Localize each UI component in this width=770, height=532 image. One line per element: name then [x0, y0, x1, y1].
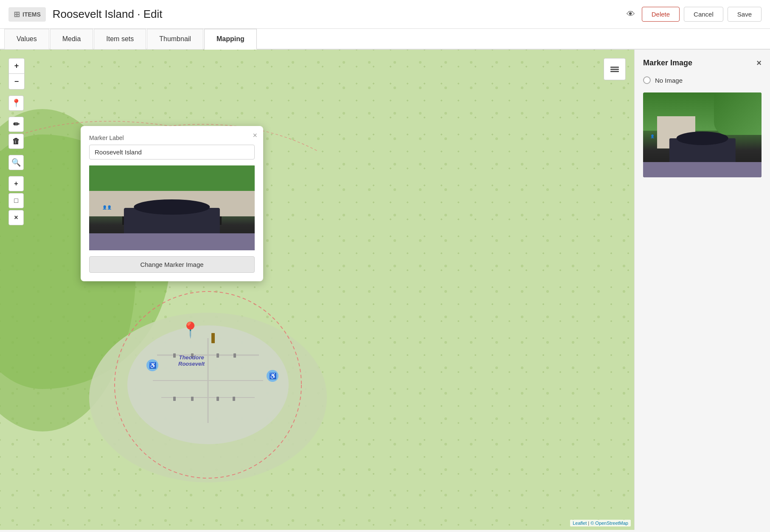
cancel-button[interactable]: Cancel — [684, 7, 723, 22]
draw-point-button[interactable]: + — [8, 176, 24, 191]
osm-link[interactable]: © OpenStreetMap — [590, 521, 628, 526]
zoom-out-button[interactable]: − — [9, 74, 24, 89]
monument — [211, 333, 215, 343]
map-label: TheodoreRoosevelt — [178, 354, 205, 367]
layers-button[interactable] — [604, 58, 626, 80]
panel-title: Marker Image — [643, 59, 692, 67]
main-layout: ♿ ♿ 📍 TheodoreRoosevelt + − 📍 ✏ 🗑 🔍 + □ … — [0, 50, 770, 530]
cube-icon: ⊞ — [14, 10, 20, 19]
delete-button[interactable]: Delete — [642, 7, 680, 22]
tab-item-sets[interactable]: Item sets — [94, 29, 146, 50]
items-badge[interactable]: ⊞ ITEMS — [8, 7, 46, 22]
tab-values[interactable]: Values — [4, 29, 49, 50]
no-image-radio[interactable] — [643, 76, 651, 84]
map-controls: + − 📍 ✏ 🗑 🔍 + □ × — [8, 58, 25, 225]
popup-close-button[interactable]: × — [253, 131, 257, 140]
popup-marker-image: 👤👤 — [89, 165, 255, 250]
search-map-button[interactable]: 🔍 — [8, 155, 24, 170]
right-panel: Marker Image × No Image 👤 — [634, 50, 770, 530]
no-image-option: No Image — [643, 76, 762, 84]
map-area[interactable]: ♿ ♿ 📍 TheodoreRoosevelt + − 📍 ✏ 🗑 🔍 + □ … — [0, 50, 634, 530]
zoom-in-button[interactable]: + — [9, 59, 24, 74]
header-actions: 👁 Delete Cancel Save — [624, 7, 762, 22]
edit-draw-button[interactable]: ✏ — [8, 117, 24, 132]
no-image-label: No Image — [655, 77, 683, 84]
panel-header: Marker Image × — [643, 58, 762, 68]
map-attribution: Leaflet | © OpenStreetMap — [570, 520, 631, 526]
island-icon-right: ♿ — [267, 370, 278, 382]
location-button[interactable]: 📍 — [8, 95, 24, 111]
cancel-draw-button[interactable]: × — [8, 210, 24, 225]
tab-media[interactable]: Media — [50, 29, 93, 50]
map-marker[interactable]: 📍 — [181, 321, 200, 339]
change-marker-image-button[interactable]: Change Marker Image — [89, 256, 255, 273]
page-title: Roosevelt Island · Edit — [53, 8, 624, 21]
zoom-controls: + − — [8, 58, 25, 90]
panel-close-button[interactable]: × — [756, 58, 762, 68]
popup-label: Marker Label — [89, 134, 255, 141]
panel-marker-image[interactable]: 👤 — [643, 92, 762, 177]
tab-mapping[interactable]: Mapping — [204, 29, 257, 50]
delete-marker-button[interactable]: 🗑 — [8, 134, 24, 149]
svg-rect-18 — [610, 67, 619, 68]
preview-button[interactable]: 👁 — [624, 7, 638, 22]
header: ⊞ ITEMS Roosevelt Island · Edit 👁 Delete… — [0, 0, 770, 29]
leaflet-link[interactable]: Leaflet — [573, 521, 587, 526]
layers-icon — [609, 63, 621, 75]
marker-popup: × Marker Label 👤👤 Change Marker Image — [81, 126, 263, 281]
tab-thumbnail[interactable]: Thumbnail — [147, 29, 203, 50]
draw-rect-button[interactable]: □ — [8, 193, 24, 208]
items-label: ITEMS — [22, 11, 41, 18]
svg-rect-17 — [610, 69, 619, 70]
svg-rect-16 — [610, 71, 619, 72]
save-button[interactable]: Save — [728, 7, 762, 22]
marker-label-input[interactable] — [89, 145, 255, 160]
island-icon-left: ♿ — [146, 359, 158, 371]
tabs-bar: Values Media Item sets Thumbnail Mapping — [0, 29, 770, 50]
